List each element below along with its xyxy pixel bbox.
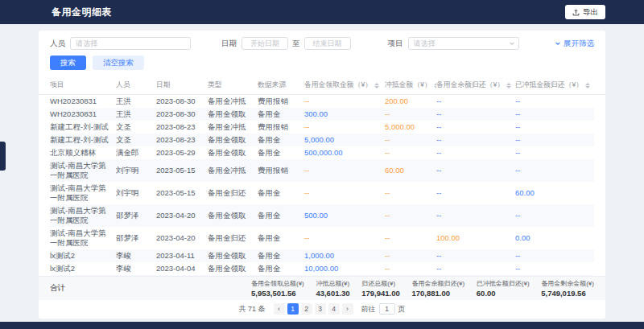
- sort-icon[interactable]: [506, 83, 511, 88]
- column-header: 数据来源: [258, 76, 304, 94]
- table-row[interactable]: 新建工程-刘-测试文圣2023-08-23备用金领取备用金5,000.00---…: [50, 134, 594, 146]
- date-cell: 2023-04-20: [156, 204, 208, 227]
- summary-total-label: 归还总额(¥): [361, 279, 400, 288]
- amount-cell: 10,000.00: [304, 262, 385, 275]
- page-button[interactable]: 4: [328, 303, 340, 315]
- amount-cell: --: [436, 121, 515, 134]
- amount-cell: --: [436, 146, 515, 159]
- project-cell: WH20230831: [50, 95, 116, 108]
- date-cell: 2023-04-11: [156, 249, 208, 262]
- summary-total-label: 备用金余额归还(¥): [411, 279, 464, 288]
- amount-cell: --: [515, 159, 594, 182]
- amount-cell: --: [385, 146, 436, 159]
- table-row[interactable]: 新建工程-刘-测试文圣2023-08-23备用金冲抵费用报销--5,000.00…: [50, 121, 594, 134]
- amount-cell: --: [515, 108, 594, 121]
- amount-cell: --: [515, 121, 594, 134]
- type-cell: 备用金冲抵: [208, 121, 258, 134]
- goto-page-input[interactable]: [379, 303, 395, 315]
- amount-cell: --: [385, 182, 436, 204]
- amount-cell: --: [385, 249, 436, 262]
- amount-cell: --: [304, 159, 385, 182]
- type-cell: 备用金冲抵: [208, 159, 258, 182]
- date-cell: 2023-08-30: [156, 95, 208, 108]
- table-row[interactable]: lx测试2李峻2023-04-04备用金领取备用金10,000.00------: [50, 262, 594, 275]
- column-header[interactable]: 备用金余额归还（¥）: [436, 76, 515, 94]
- search-button[interactable]: 搜索: [50, 56, 86, 70]
- export-icon: [572, 9, 580, 16]
- project-cell: 测试-南昌大学第一附属医院: [50, 204, 116, 227]
- summary-label: 合计: [50, 283, 251, 294]
- column-header: 日期: [156, 76, 208, 94]
- column-header[interactable]: 已冲抵金额归还（¥）: [515, 76, 594, 94]
- type-cell: 备用金领取: [208, 204, 258, 227]
- date-cell: 2023-08-23: [156, 121, 208, 134]
- date-cell: 2023-05-29: [156, 146, 208, 159]
- summary-total-value: 5,953,501.56: [251, 289, 304, 298]
- date-filter-label: 日期: [221, 39, 237, 49]
- table-row[interactable]: 测试-南昌大学第一附属医院刘宇明2023-05-15备用金冲抵费用报销--60.…: [50, 159, 594, 182]
- amount-cell: --: [385, 204, 436, 227]
- person-cell: 邵梦泽: [116, 204, 156, 227]
- amount-cell: --: [436, 262, 515, 275]
- page-button[interactable]: 2: [301, 303, 312, 315]
- amount-cell: --: [436, 134, 515, 146]
- source-cell: 备用金: [258, 134, 304, 146]
- summary-total-label: 备用金剩余金额(¥): [541, 279, 594, 288]
- project-cell: 新建工程-刘-测试: [50, 121, 116, 134]
- person-filter-label: 人员: [50, 39, 65, 49]
- prev-page-button[interactable]: ‹: [274, 303, 285, 315]
- source-cell: 备用金: [258, 204, 304, 227]
- pagination-total-text: 共 71 条: [238, 304, 265, 315]
- amount-cell: --: [436, 159, 515, 182]
- column-header-label: 数据来源: [258, 80, 286, 90]
- table-row[interactable]: 测试-南昌大学第一附属医院邵梦泽2023-04-20备用金领取备用金500.00…: [50, 204, 594, 227]
- summary-total: 备用金剩余金额(¥)5,749,019.56: [541, 279, 594, 298]
- summary-total: 归还总额(¥)179,941.00: [361, 279, 400, 298]
- column-header-label: 备用金领取金额（¥）: [304, 80, 372, 90]
- person-cell: 满金郎: [116, 146, 156, 159]
- table-row[interactable]: lx测试2李峻2023-04-11备用金领取备用金1,000.00------: [50, 249, 594, 262]
- column-header-label: 已冲抵金额归还（¥）: [515, 80, 583, 90]
- summary-total: 已冲抵金额归还(¥)60.00: [477, 279, 530, 298]
- sort-icon[interactable]: [374, 83, 379, 88]
- project-cell: 北京顺义精林: [50, 146, 116, 159]
- chevron-down-icon: [555, 40, 561, 47]
- project-cell: 新建工程-刘-测试: [50, 134, 116, 146]
- summary-total-value: 43,601.30: [316, 289, 349, 298]
- table-row[interactable]: 测试-南昌大学第一附属医院刘宇明2023-05-15备用金归还备用金------…: [50, 182, 594, 204]
- source-cell: 备用金: [258, 262, 304, 275]
- date-end-input[interactable]: [304, 37, 351, 50]
- next-page-button[interactable]: ›: [342, 303, 353, 315]
- table-row[interactable]: WH20230831王洪2023-08-30备用金领取备用金300.00----…: [50, 108, 594, 121]
- column-header[interactable]: 冲抵金额（¥）: [385, 76, 436, 94]
- project-select-input[interactable]: [408, 37, 519, 50]
- date-start-input[interactable]: [242, 37, 288, 50]
- project-cell: WH20230831: [50, 108, 116, 121]
- filter-bar: 人员 日期 至 项目 展开筛选: [39, 31, 605, 50]
- table-row[interactable]: 测试-南昌大学第一附属医院邵梦泽2023-04-20备用金归还备用金----10…: [50, 227, 594, 249]
- table-row[interactable]: WH20230831王洪2023-08-30备用金冲抵费用报销--200.00-…: [50, 95, 594, 108]
- person-cell: 文圣: [116, 134, 156, 146]
- summary-total-label: 备用金领取总额(¥): [251, 279, 304, 288]
- amount-cell: 1,000.00: [304, 249, 385, 262]
- export-button[interactable]: 导出: [565, 5, 605, 19]
- person-cell: 邵梦泽: [116, 227, 156, 249]
- table-row[interactable]: 北京顺义精林满金郎2023-05-29备用金领取备用金500,000.00---…: [50, 146, 594, 159]
- page-button[interactable]: 3: [315, 303, 326, 315]
- amount-cell: 60.00: [385, 159, 436, 182]
- person-cell: 王洪: [116, 108, 156, 121]
- project-filter-label: 项目: [388, 39, 403, 49]
- expand-filters-link[interactable]: 展开筛选: [555, 39, 594, 49]
- source-cell: 备用金: [258, 227, 304, 249]
- page-button[interactable]: 1: [287, 303, 299, 315]
- drawer-handle[interactable]: [0, 142, 6, 171]
- amount-cell: 5,000.00: [304, 134, 385, 146]
- amount-cell: 100.00: [436, 227, 515, 249]
- sort-icon[interactable]: [585, 83, 590, 88]
- amount-cell: --: [436, 204, 515, 227]
- column-header[interactable]: 备用金领取金额（¥）: [304, 76, 385, 94]
- amount-cell: --: [515, 95, 594, 108]
- project-cell: 测试-南昌大学第一附属医院: [50, 182, 116, 204]
- clear-search-button[interactable]: 清空搜索: [93, 56, 144, 70]
- person-select-input[interactable]: [70, 37, 191, 50]
